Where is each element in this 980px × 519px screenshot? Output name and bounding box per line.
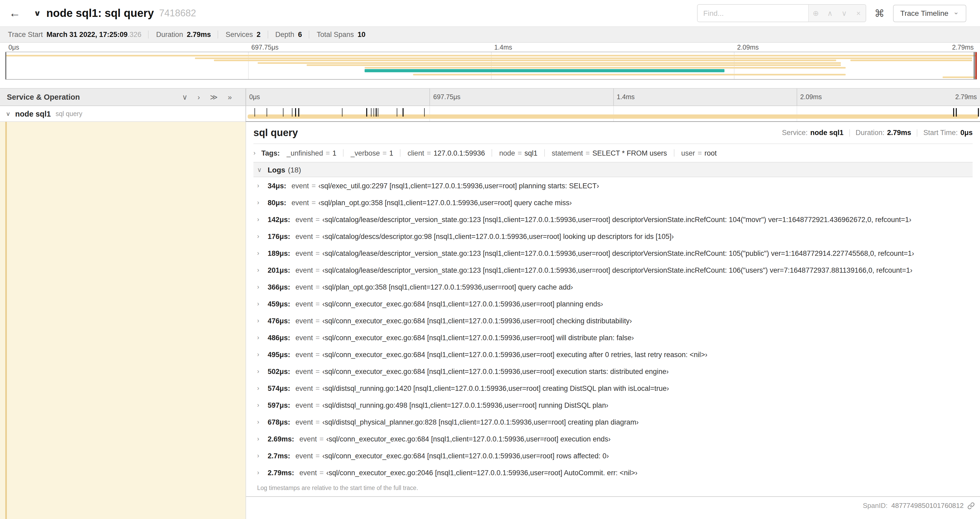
- log-field-value: ‹sql/catalog/lease/descriptor_version_st…: [322, 266, 912, 274]
- log-field-equals: =: [316, 334, 320, 342]
- logs-header[interactable]: ∨ Logs (18): [253, 162, 973, 177]
- tag-separator: [544, 149, 545, 156]
- log-tick: [299, 108, 299, 117]
- log-entry[interactable]: ›597μs:event=‹sql/distsql_running.go:498…: [253, 397, 973, 414]
- tag-equals: =: [585, 149, 590, 157]
- summary-item: Duration2.79ms: [148, 30, 211, 38]
- log-entry[interactable]: ›366μs:event=‹sql/plan_opt.go:358 [nsql1…: [253, 278, 973, 295]
- log-entry[interactable]: ›486μs:event=‹sql/conn_executor_exec.go:…: [253, 329, 973, 346]
- log-entry[interactable]: ›459μs:event=‹sql/conn_executor_exec.go:…: [253, 295, 973, 312]
- collapse-one-icon[interactable]: ∨: [182, 93, 188, 101]
- tags-row[interactable]: › Tags: _unfinished=1_verbose=1client=12…: [253, 144, 973, 162]
- timeline-ruler: 0μs697.75μs1.4ms2.09ms2.79ms: [245, 89, 980, 105]
- log-tick: [402, 108, 403, 117]
- log-field-value: ‹sql/conn_executor_exec.go:684 [nsql1,cl…: [322, 367, 668, 375]
- log-time: 176μs:: [268, 232, 290, 240]
- chevron-right-icon: ›: [257, 401, 265, 409]
- summary-item: Depth6: [267, 30, 302, 38]
- expand-one-icon[interactable]: ›: [197, 93, 200, 101]
- timeline-tick-label: 697.75μs: [430, 89, 460, 105]
- tag-item[interactable]: user=root: [681, 149, 717, 157]
- link-icon[interactable]: [967, 502, 975, 509]
- timeline-tick-label: 2.09ms: [734, 43, 759, 52]
- chevron-right-icon: ›: [257, 199, 265, 206]
- log-entry[interactable]: ›2.69ms:event=‹sql/conn_executor_exec.go…: [253, 430, 973, 447]
- chevron-right-icon: ›: [253, 149, 261, 156]
- keyboard-shortcuts-button[interactable]: ⌘: [875, 7, 885, 19]
- span-collapse-chevron-icon[interactable]: ∨: [6, 110, 11, 117]
- chevron-down-icon: ∨: [257, 166, 265, 173]
- span-row-node-sql1[interactable]: ∨ node sql1 sql query: [0, 106, 980, 122]
- span-bar-region[interactable]: [245, 106, 980, 122]
- log-entry[interactable]: ›80μs:event=‹sql/plan_opt.go:358 [nsql1,…: [253, 194, 973, 211]
- log-entry[interactable]: ›176μs:event=‹sql/catalog/descs/descript…: [253, 228, 973, 245]
- log-entry[interactable]: ›495μs:event=‹sql/conn_executor_exec.go:…: [253, 346, 973, 363]
- meta-label: Duration:: [856, 129, 885, 137]
- trace-view-selector[interactable]: Trace Timeline ⌄: [893, 5, 966, 22]
- span-name-cell[interactable]: ∨ node sql1 sql query: [0, 106, 245, 122]
- log-entry[interactable]: ›502μs:event=‹sql/conn_executor_exec.go:…: [253, 363, 973, 380]
- tag-item[interactable]: client=127.0.0.1:59936: [407, 149, 485, 157]
- tag-item[interactable]: node=sql1: [499, 149, 538, 157]
- trace-summary-bar: Trace StartMarch 31 2022, 17:25:09.326Du…: [0, 26, 980, 43]
- meta-separator: [917, 129, 918, 136]
- log-field-key: event: [296, 216, 313, 224]
- scrubber-right-handle[interactable]: [974, 52, 975, 79]
- log-tick: [978, 108, 979, 117]
- clear-search-icon[interactable]: ×: [851, 9, 865, 18]
- log-field-equals: =: [312, 199, 316, 206]
- chevron-right-icon: ›: [257, 351, 265, 358]
- chevron-right-icon: ›: [257, 385, 265, 392]
- log-entry[interactable]: ›34μs:event=‹sql/exec_util.go:2297 [nsql…: [253, 177, 973, 194]
- minimap-graph[interactable]: [5, 52, 977, 80]
- tag-equals: =: [518, 149, 522, 157]
- log-time: 34μs:: [268, 182, 286, 190]
- log-entry[interactable]: ›574μs:event=‹sql/distsql_running.go:142…: [253, 380, 973, 397]
- tag-item[interactable]: _unfinished=1: [286, 149, 336, 157]
- log-entry[interactable]: ›2.7ms:event=‹sql/conn_executor_exec.go:…: [253, 447, 973, 464]
- log-tick: [283, 108, 284, 117]
- log-field-key: event: [296, 317, 313, 325]
- logs-count: (18): [288, 165, 301, 174]
- log-tick: [377, 108, 378, 117]
- back-button[interactable]: ←: [4, 3, 25, 24]
- span-detail-header[interactable]: sql query Service:node sql1Duration:2.79…: [253, 122, 973, 144]
- span-duration-bar[interactable]: [248, 115, 978, 119]
- log-entry[interactable]: ›2.79ms:event=‹sql/conn_executor_exec.go…: [253, 464, 973, 481]
- log-field-key: event: [296, 418, 313, 426]
- timeline-tick-label: 2.09ms: [797, 89, 822, 105]
- scrubber-left-handle[interactable]: [5, 52, 6, 79]
- timeline-minimap[interactable]: 0μs697.75μs1.4ms2.09ms2.79ms: [5, 43, 977, 80]
- log-entry[interactable]: ›189μs:event=‹sql/catalog/lease/descript…: [253, 245, 973, 262]
- chevron-right-icon: ›: [257, 182, 265, 189]
- log-entry[interactable]: ›142μs:event=‹sql/catalog/lease/descript…: [253, 211, 973, 228]
- timeline-gridline: [613, 106, 614, 121]
- tag-item[interactable]: statement=SELECT * FROM users: [552, 149, 667, 157]
- chevron-down-icon: ⌄: [953, 8, 959, 16]
- trace-collapse-chevron-icon[interactable]: ∨: [34, 8, 41, 18]
- collapse-all-icon[interactable]: ≫: [210, 93, 218, 101]
- log-entry[interactable]: ›678μs:event=‹sql/distsql_physical_plann…: [253, 414, 973, 430]
- find-input[interactable]: [698, 5, 808, 22]
- timeline-tick-label: 0μs: [246, 89, 260, 105]
- log-field-equals: =: [316, 384, 320, 392]
- minimap-span-bar: [943, 76, 977, 78]
- spacer: [0, 80, 980, 88]
- tag-key: _verbose: [351, 149, 380, 157]
- log-entry[interactable]: ›476μs:event=‹sql/conn_executor_exec.go:…: [253, 312, 973, 329]
- zoom-icon[interactable]: ⊕: [809, 9, 823, 18]
- log-field-value: ‹sql/catalog/lease/descriptor_version_st…: [322, 249, 914, 257]
- tag-item[interactable]: _verbose=1: [351, 149, 393, 157]
- tag-value: root: [705, 149, 717, 157]
- log-field-value: ‹sql/catalog/descs/descriptor.go:98 [nsq…: [322, 232, 674, 240]
- next-result-icon[interactable]: ∨: [837, 9, 851, 18]
- log-field-key: event: [292, 182, 309, 190]
- expand-all-icon[interactable]: »: [228, 93, 232, 101]
- log-time: 201μs:: [268, 266, 290, 274]
- chevron-right-icon: ›: [257, 283, 265, 291]
- prev-result-icon[interactable]: ∧: [823, 9, 837, 18]
- tag-key: _unfinished: [286, 149, 323, 157]
- selected-span-left-column: [0, 122, 245, 519]
- log-entry[interactable]: ›201μs:event=‹sql/catalog/lease/descript…: [253, 262, 973, 278]
- tag-value: SELECT * FROM users: [592, 149, 667, 157]
